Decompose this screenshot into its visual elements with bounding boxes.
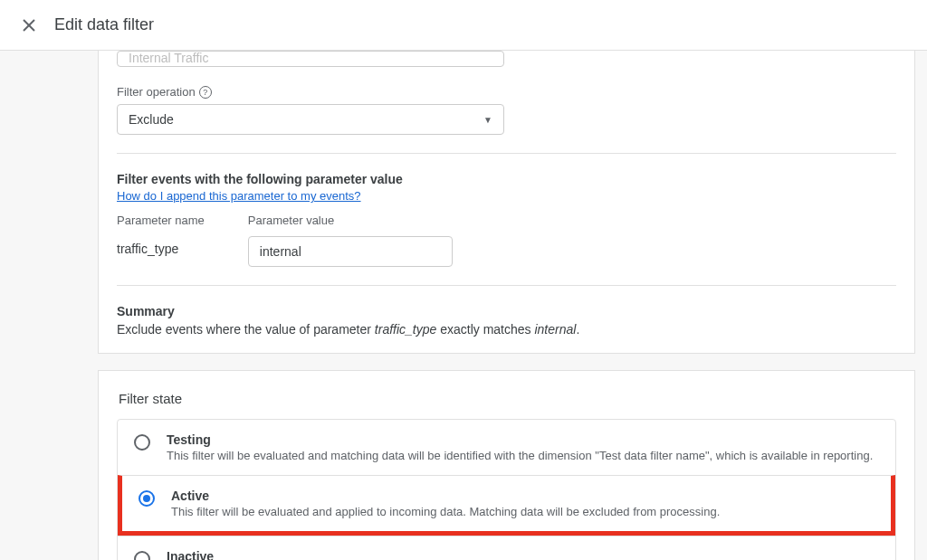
help-link[interactable]: How do I append this parameter to my eve… [117,189,361,203]
radio-option-inactive[interactable]: Inactive This filter will not be evaluat… [118,536,895,560]
filter-details-card: Internal Traffic Filter operation ? Excl… [98,51,915,354]
close-icon [22,18,36,33]
help-icon[interactable]: ? [199,86,212,99]
filter-state-card: Filter state Testing This filter will be… [98,370,915,560]
parameter-name-value: traffic_type [117,236,205,256]
divider [117,153,896,154]
summary-param: traffic_type [375,322,436,337]
radio-dot-icon [143,495,150,502]
radio-label: Testing [167,432,873,447]
parameter-value-input[interactable] [248,236,453,267]
divider [117,285,896,286]
filter-events-title: Filter events with the following paramet… [117,172,896,186]
filter-state-title: Filter state [119,391,896,406]
header-bar: Edit data filter [0,0,927,51]
radio-description: This filter will be evaluated and applie… [171,505,720,518]
radio-label: Inactive [167,549,328,560]
filter-operation-select[interactable]: Exclude ▼ [117,104,504,135]
summary-suffix: . [576,322,579,337]
filter-operation-value: Exclude [129,112,174,127]
data-filter-name-input[interactable]: Internal Traffic [117,51,504,67]
radio-icon [134,434,150,451]
summary-val: internal [534,322,576,337]
radio-icon [139,490,155,507]
page-title: Edit data filter [54,15,154,34]
radio-label: Active [171,489,720,503]
radio-option-testing[interactable]: Testing This filter will be evaluated an… [118,420,895,475]
filter-operation-label: Filter operation [117,85,196,99]
summary-text: Exclude events where the value of parame… [117,322,896,337]
filter-state-radio-group: Testing This filter will be evaluated an… [117,419,896,560]
radio-option-active[interactable]: Active This filter will be evaluated and… [118,475,895,536]
close-button[interactable] [18,14,40,36]
radio-description: This filter will be evaluated and matchi… [167,449,873,462]
summary-mid: exactly matches [436,322,534,337]
chevron-down-icon: ▼ [483,115,492,125]
filter-operation-label-row: Filter operation ? [117,85,896,99]
parameter-name-label: Parameter name [117,214,205,227]
parameter-value-label: Parameter value [248,214,453,227]
radio-icon [134,551,150,560]
summary-prefix: Exclude events where the value of parame… [117,322,375,337]
summary-label: Summary [117,304,896,318]
